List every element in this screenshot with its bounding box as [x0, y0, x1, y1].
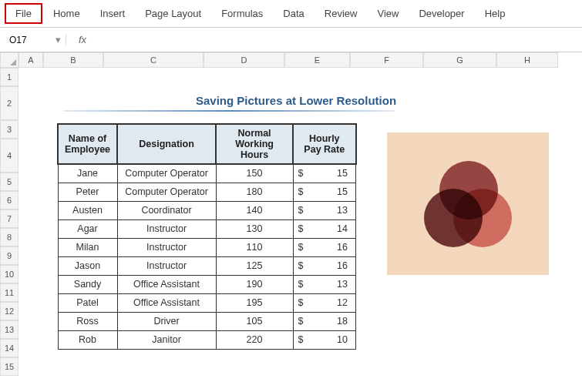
- row-header-10[interactable]: 10: [0, 265, 19, 283]
- select-all-triangle[interactable]: [0, 52, 19, 68]
- row-header-6[interactable]: 6: [0, 191, 19, 209]
- cell-desig[interactable]: Janitor: [117, 330, 216, 349]
- ribbon-tab-developer[interactable]: Developer: [409, 5, 473, 22]
- cell-desig[interactable]: Instructor: [117, 256, 216, 275]
- table-header-3: Hourly Pay Rate: [293, 124, 355, 164]
- cell-rate[interactable]: 15: [310, 183, 356, 201]
- cell-desig[interactable]: Computer Operator: [117, 183, 216, 201]
- ribbon-tab-formulas[interactable]: Formulas: [212, 5, 272, 22]
- col-header-A[interactable]: A: [19, 52, 43, 68]
- cell-hours[interactable]: 105: [216, 312, 293, 330]
- ribbon-tab-insert[interactable]: Insert: [91, 5, 135, 22]
- row-header-5[interactable]: 5: [0, 173, 19, 191]
- cell-rate[interactable]: 18: [310, 312, 356, 330]
- cell-rate[interactable]: 10: [310, 330, 356, 349]
- cell-name[interactable]: Peter: [58, 183, 117, 201]
- row-header-2[interactable]: 2: [0, 86, 19, 120]
- ribbon-tab-page-layout[interactable]: Page Layout: [136, 5, 210, 22]
- venn-image: [418, 158, 518, 250]
- table-header-0: Name of Employee: [58, 124, 117, 164]
- cell-currency[interactable]: $: [293, 293, 309, 312]
- cell-desig[interactable]: Driver: [117, 312, 216, 330]
- cell-hours[interactable]: 140: [216, 201, 293, 219]
- cell-desig[interactable]: Coordinator: [117, 201, 216, 219]
- cell-rate[interactable]: 16: [310, 238, 356, 256]
- cell-rate[interactable]: 12: [310, 293, 356, 312]
- formula-input[interactable]: [93, 32, 582, 47]
- cell-currency[interactable]: $: [293, 201, 309, 219]
- ribbon-tab-help[interactable]: Help: [476, 5, 515, 22]
- col-header-B[interactable]: B: [43, 52, 103, 68]
- cell-rate[interactable]: 13: [310, 201, 356, 219]
- cell-currency[interactable]: $: [293, 164, 309, 183]
- col-header-H[interactable]: H: [496, 52, 558, 68]
- cell-hours[interactable]: 130: [216, 219, 293, 238]
- row-header-3[interactable]: 3: [0, 120, 19, 139]
- cell-currency[interactable]: $: [293, 330, 309, 349]
- row-header-8[interactable]: 8: [0, 228, 19, 246]
- cell-currency[interactable]: $: [293, 219, 309, 238]
- cell-currency[interactable]: $: [293, 183, 309, 201]
- cell-name[interactable]: Rob: [58, 330, 117, 349]
- cell-desig[interactable]: Office Assistant: [117, 293, 216, 312]
- col-header-G[interactable]: G: [423, 52, 496, 68]
- cell-rate[interactable]: 16: [310, 256, 356, 275]
- name-box-dropdown-icon[interactable]: ▾: [51, 34, 66, 45]
- cell-hours[interactable]: 150: [216, 164, 293, 183]
- cell-name[interactable]: Agar: [58, 219, 117, 238]
- ribbon-tab-view[interactable]: View: [368, 5, 408, 22]
- row-header-12[interactable]: 12: [0, 302, 19, 320]
- cell-name[interactable]: Ross: [58, 312, 117, 330]
- cell-hours[interactable]: 110: [216, 238, 293, 256]
- ribbon-tab-file[interactable]: File: [5, 3, 42, 24]
- cell-hours[interactable]: 190: [216, 275, 293, 293]
- cell-name[interactable]: Jason: [58, 256, 117, 275]
- cell-hours[interactable]: 220: [216, 330, 293, 349]
- name-box[interactable]: [5, 33, 51, 47]
- table-row: PeterComputer Operator180$15: [58, 183, 356, 201]
- ribbon-tabs: FileHomeInsertPage LayoutFormulasDataRev…: [0, 0, 582, 28]
- cell-name[interactable]: Patel: [58, 293, 117, 312]
- table-header-2: Normal Working Hours: [216, 124, 293, 164]
- row-header-1[interactable]: 1: [0, 68, 19, 86]
- ribbon-tab-data[interactable]: Data: [274, 5, 313, 22]
- cell-desig[interactable]: Instructor: [117, 219, 216, 238]
- ribbon-tab-home[interactable]: Home: [44, 5, 89, 22]
- cell-currency[interactable]: $: [293, 275, 309, 293]
- row-header-13[interactable]: 13: [0, 320, 19, 339]
- cell-desig[interactable]: Computer Operator: [117, 164, 216, 183]
- cell-desig[interactable]: Instructor: [117, 238, 216, 256]
- title-underline: [63, 110, 395, 112]
- cell-name[interactable]: Austen: [58, 201, 117, 219]
- cell-desig[interactable]: Office Assistant: [117, 275, 216, 293]
- fx-icon[interactable]: fx: [72, 34, 93, 45]
- col-header-F[interactable]: F: [350, 52, 423, 68]
- ribbon-tab-review[interactable]: Review: [315, 5, 367, 22]
- cell-rate[interactable]: 15: [310, 164, 356, 183]
- row-header-11[interactable]: 11: [0, 283, 19, 302]
- col-header-C[interactable]: C: [103, 52, 204, 68]
- cells-area[interactable]: Saving Pictures at Lower Resolution Name…: [19, 68, 582, 392]
- page-title: Saving Pictures at Lower Resolution: [196, 94, 396, 107]
- col-header-D[interactable]: D: [204, 52, 284, 68]
- row-header-14[interactable]: 14: [0, 339, 19, 357]
- cell-name[interactable]: Milan: [58, 238, 117, 256]
- cell-hours[interactable]: 125: [216, 256, 293, 275]
- row-header-7[interactable]: 7: [0, 209, 19, 228]
- grid-area: ABCDEFGH Saving Pictures at Lower Resolu…: [19, 52, 582, 392]
- embedded-picture[interactable]: [387, 132, 549, 275]
- cell-hours[interactable]: 195: [216, 293, 293, 312]
- cell-currency[interactable]: $: [293, 238, 309, 256]
- cell-rate[interactable]: 14: [310, 219, 356, 238]
- cell-currency[interactable]: $: [293, 312, 309, 330]
- cell-rate[interactable]: 13: [310, 275, 356, 293]
- row-header-9[interactable]: 9: [0, 246, 19, 265]
- cell-currency[interactable]: $: [293, 256, 309, 275]
- cell-name[interactable]: Jane: [58, 164, 117, 183]
- cell-hours[interactable]: 180: [216, 183, 293, 201]
- row-header-15[interactable]: 15: [0, 357, 19, 376]
- row-header-4[interactable]: 4: [0, 139, 19, 173]
- col-header-E[interactable]: E: [284, 52, 350, 68]
- cell-name[interactable]: Sandy: [58, 275, 117, 293]
- table-row: RobJanitor220$10: [58, 330, 356, 349]
